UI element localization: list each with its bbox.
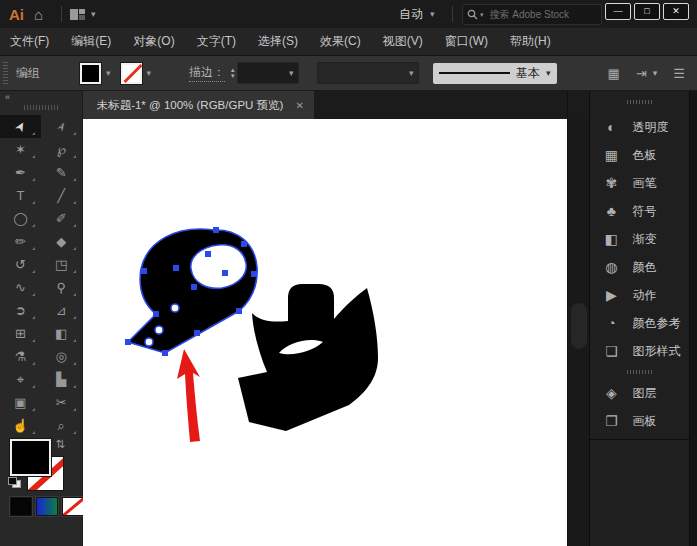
shape-builder-tool[interactable]: ➲ bbox=[0, 299, 41, 322]
menu-help[interactable]: 帮助(H) bbox=[510, 33, 551, 50]
stepper-down-icon[interactable]: ▾ bbox=[231, 73, 235, 79]
perspective-grid-tool[interactable]: ⊿ bbox=[41, 299, 82, 322]
document-tab[interactable]: 未标题-1* @ 100% (RGB/GPU 预览) ✕ bbox=[83, 91, 314, 119]
home-icon[interactable]: ⌂ bbox=[34, 6, 43, 23]
artboard-tool[interactable]: ▣ bbox=[0, 391, 41, 414]
panel-button-graphic-styles[interactable]: ❏ 图形样式 bbox=[590, 337, 689, 365]
app-logo[interactable]: Ai bbox=[9, 6, 24, 23]
panel-button-color-guide[interactable]: ◔ 颜色参考 bbox=[590, 309, 689, 337]
panel-button-transparency[interactable]: ◐ 透明度 bbox=[590, 113, 689, 141]
stroke-weight-label[interactable]: 描边： bbox=[189, 64, 225, 82]
hand-tool[interactable]: ☝ bbox=[0, 414, 41, 437]
scale-tool[interactable]: ◳ bbox=[41, 253, 82, 276]
warped-nine-shape[interactable] bbox=[238, 284, 378, 431]
default-fill-stroke-icon[interactable] bbox=[8, 477, 20, 487]
collapse-panel-icon[interactable]: « bbox=[5, 92, 10, 102]
brush-definition-dropdown[interactable]: 基本 ▾ bbox=[433, 63, 557, 84]
puppet-warp-tool[interactable]: ⚲ bbox=[41, 276, 82, 299]
menu-file[interactable]: 文件(F) bbox=[10, 33, 49, 50]
chevron-down-icon[interactable]: ▾ bbox=[289, 68, 294, 78]
zoom-tool[interactable]: ⌕ bbox=[41, 414, 82, 437]
panel-button-symbols[interactable]: ♣ 符号 bbox=[590, 197, 689, 225]
menu-type[interactable]: 文字(T) bbox=[197, 33, 236, 50]
mesh-tool[interactable]: ⊞ bbox=[0, 322, 41, 345]
selected-nine-shape[interactable] bbox=[125, 227, 257, 356]
vertical-scrollbar[interactable] bbox=[567, 91, 590, 546]
panel-button-color[interactable]: ◍ 颜色 bbox=[590, 253, 689, 281]
panel-grip[interactable] bbox=[3, 62, 8, 84]
ellipse-tool[interactable]: ◯ bbox=[0, 207, 41, 230]
chevron-down-icon[interactable]: ▾ bbox=[430, 9, 435, 19]
dock-grip[interactable] bbox=[590, 365, 689, 379]
selection-context-label: 编组 bbox=[16, 65, 40, 82]
stroke-weight-field[interactable]: ▾ bbox=[237, 62, 299, 84]
menu-effect[interactable]: 效果(C) bbox=[320, 33, 361, 50]
brush-stroke-preview bbox=[439, 72, 510, 74]
chevron-down-icon[interactable]: ▾ bbox=[409, 68, 414, 78]
color-mode-button[interactable] bbox=[10, 497, 32, 516]
control-panel-menu-icon[interactable]: ☰ bbox=[673, 66, 685, 81]
slice-tool[interactable]: ✂ bbox=[41, 391, 82, 414]
main-area: « ➤ ➢ ✶ ℘ ✒ ✎ T ╱ ◯ ✐ ✏ ◆ ↺ ◳ ∿ ⚲ ➲ bbox=[0, 91, 697, 546]
menu-edit[interactable]: 编辑(E) bbox=[71, 33, 111, 50]
eyedropper-tool[interactable]: ⚗ bbox=[0, 345, 41, 368]
tab-close-icon[interactable]: ✕ bbox=[295, 100, 303, 111]
none-mode-button[interactable] bbox=[62, 497, 84, 516]
panel-button-actions[interactable]: ▶ 动作 bbox=[590, 281, 689, 309]
scrollbar-thumb[interactable] bbox=[571, 303, 587, 349]
lasso-tool[interactable]: ℘ bbox=[41, 138, 82, 161]
swap-fill-stroke-icon[interactable]: ⇄ bbox=[54, 439, 67, 448]
column-graph-tool[interactable]: ▙ bbox=[41, 368, 82, 391]
menu-view[interactable]: 视图(V) bbox=[383, 33, 423, 50]
pencil-tool[interactable]: ✏ bbox=[0, 230, 41, 253]
symbol-sprayer-tool[interactable]: ⌖ bbox=[0, 368, 41, 391]
illustrator-window: Ai ⌂ ▾ 自动 ▾ ▾ — □ ✕ 文件(F) 编辑(E) 对象(O) 文字… bbox=[0, 0, 697, 546]
transform-icon[interactable]: ⇥ bbox=[636, 66, 647, 81]
gradient-tool[interactable]: ◧ bbox=[41, 322, 82, 345]
panel-button-swatches[interactable]: ▦ 色板 bbox=[590, 141, 689, 169]
align-icon[interactable]: ▦ bbox=[608, 66, 620, 81]
type-tool[interactable]: T bbox=[0, 184, 41, 207]
panel-button-artboards[interactable]: ❐ 画板 bbox=[590, 407, 689, 435]
panel-button-brushes[interactable]: ✾ 画笔 bbox=[590, 169, 689, 197]
chevron-down-icon[interactable]: ▾ bbox=[106, 68, 111, 78]
minimize-button[interactable]: — bbox=[605, 3, 631, 20]
search-icon bbox=[467, 9, 478, 20]
direct-selection-tool[interactable]: ➢ bbox=[41, 115, 82, 138]
rotate-tool[interactable]: ↺ bbox=[0, 253, 41, 276]
stroke-weight-stepper[interactable]: ▴ ▾ bbox=[231, 67, 235, 79]
panel-button-layers[interactable]: ◈ 图层 bbox=[590, 379, 689, 407]
menu-object[interactable]: 对象(O) bbox=[133, 33, 174, 50]
panel-button-gradient[interactable]: ◧ 渐变 bbox=[590, 225, 689, 253]
search-input[interactable] bbox=[488, 8, 597, 21]
workspace-switcher-icon[interactable] bbox=[70, 9, 85, 20]
layers-icon: ◈ bbox=[602, 385, 620, 401]
width-profile-dropdown[interactable]: ▾ bbox=[317, 62, 419, 84]
gradient-mode-button[interactable] bbox=[36, 497, 58, 516]
eraser-tool[interactable]: ◆ bbox=[41, 230, 82, 253]
stock-search-box[interactable]: ▾ bbox=[462, 4, 602, 25]
search-mode-label[interactable]: 自动 bbox=[399, 6, 423, 23]
paintbrush-tool[interactable]: ✐ bbox=[41, 207, 82, 230]
width-tool[interactable]: ∿ bbox=[0, 276, 41, 299]
fill-color-swatch[interactable] bbox=[80, 63, 101, 84]
chevron-down-icon[interactable]: ▾ bbox=[653, 68, 658, 78]
menu-window[interactable]: 窗口(W) bbox=[445, 33, 488, 50]
artboard-canvas[interactable] bbox=[83, 119, 567, 546]
dock-grip[interactable] bbox=[590, 91, 689, 113]
pen-tool[interactable]: ✒ bbox=[0, 161, 41, 184]
selection-tool[interactable]: ➤ bbox=[0, 115, 41, 138]
close-button[interactable]: ✕ bbox=[663, 3, 689, 20]
curvature-tool[interactable]: ✎ bbox=[41, 161, 82, 184]
dock-edge bbox=[690, 91, 697, 546]
magic-wand-tool[interactable]: ✶ bbox=[0, 138, 41, 161]
menu-select[interactable]: 选择(S) bbox=[258, 33, 298, 50]
stroke-color-swatch[interactable] bbox=[121, 63, 142, 84]
maximize-button[interactable]: □ bbox=[634, 3, 660, 20]
chevron-down-icon[interactable]: ▾ bbox=[147, 68, 152, 78]
line-segment-tool[interactable]: ╱ bbox=[41, 184, 82, 207]
fill-proxy-swatch[interactable] bbox=[10, 439, 51, 476]
toolbar-grip[interactable] bbox=[24, 103, 58, 111]
chevron-down-icon[interactable]: ▾ bbox=[91, 9, 96, 19]
blend-tool[interactable]: ◎ bbox=[41, 345, 82, 368]
